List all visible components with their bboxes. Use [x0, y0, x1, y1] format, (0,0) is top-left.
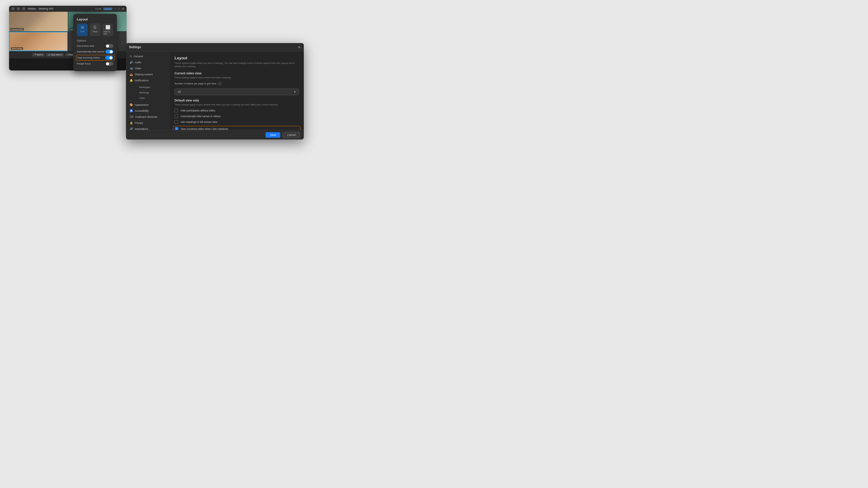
- grid-value: 25: [178, 90, 181, 93]
- sidebar-item-appearance[interactable]: 🎨 Appearance ›: [126, 102, 169, 108]
- layout-option-grid[interactable]: ⊞ Grid: [77, 24, 88, 36]
- fullscreen-cb-row: Join meetings in full-screen view: [175, 120, 299, 124]
- layout-dropdown-title: Layout: [77, 18, 113, 21]
- appearance-chevron: ›: [165, 104, 166, 106]
- window-control-min[interactable]: [17, 7, 20, 10]
- clock: 12:40: [95, 7, 101, 10]
- hide-participants-label: Hide participants without video: [181, 109, 215, 112]
- notifications-chevron: ›: [165, 79, 166, 82]
- audio-label: Audio: [135, 61, 141, 64]
- window-control-max[interactable]: [22, 7, 25, 10]
- layout-dropdown: Layout ⊞ Grid ☰ Stack ⬜ Side by side Opt…: [73, 14, 117, 71]
- accessibility-label: Accessibility: [135, 109, 149, 112]
- appearance-icon: 🎨: [130, 103, 133, 106]
- window-minimize-icon[interactable]: ─: [114, 7, 116, 10]
- sidebar-item-privacy[interactable]: 🔒 Privacy: [126, 120, 169, 126]
- meeting-info-label[interactable]: Meeting info: [38, 7, 53, 10]
- sharing-icon: 📤: [130, 73, 133, 76]
- hide-names-cb-label: Automatically hide names in videos: [181, 115, 221, 118]
- general-icon: ⚙: [130, 55, 132, 58]
- sidebar-item-general[interactable]: ⚙ General: [126, 53, 169, 59]
- window-maximize-icon[interactable]: □: [118, 7, 120, 10]
- fullscreen-toggle[interactable]: [105, 44, 113, 48]
- hide-names-label: Automatically hide names: [77, 50, 104, 53]
- options-section-label: Options: [77, 39, 113, 42]
- video-cell-3: Sofia Gomez: [9, 32, 68, 51]
- layout-section-desc: These options apply when you join a meet…: [175, 61, 299, 68]
- dropdown-arrow: ▾: [294, 90, 296, 93]
- cancel-button[interactable]: Cancel: [283, 132, 300, 138]
- stop-incoming-row: Stop incoming videos: [76, 55, 114, 61]
- sidebar-item-sharing[interactable]: 📤 Sharing content: [126, 71, 169, 77]
- participant-name-3: Sofia Gomez: [11, 47, 23, 50]
- privacy-icon: 🔒: [130, 121, 133, 124]
- mic-icon: 🎤: [33, 54, 36, 56]
- window-close-icon[interactable]: ✕: [122, 7, 124, 10]
- settings-window-title: Settings: [129, 45, 141, 49]
- video-cell-1: Clarissa Smith: [9, 12, 68, 31]
- layout-option-stack[interactable]: ☰ Stack: [90, 24, 100, 36]
- fullscreen-cb-label: Join meetings in full-screen view: [181, 121, 217, 124]
- sidebar-item-keyboard[interactable]: ⌨ Keyboard shortcuts: [126, 114, 169, 120]
- stop-video-button[interactable]: 📹 Stop video ▾: [46, 53, 64, 57]
- hide-names-cb-row: Automatically hide names in videos: [175, 115, 299, 118]
- layout-button[interactable]: Layout: [103, 7, 113, 10]
- settings-main-content: Layout These options apply when you join…: [170, 52, 304, 130]
- integrations-icon: 🔗: [130, 127, 133, 130]
- save-button[interactable]: Save: [266, 132, 280, 138]
- sidebar-item-video[interactable]: 📹 Video ›: [126, 65, 169, 71]
- sidebar-item-messages[interactable]: Messages: [135, 85, 168, 90]
- sidebar-item-calls[interactable]: Calls: [135, 96, 168, 101]
- hide-names-row: Automatically hide names: [77, 50, 113, 54]
- fullscreen-label: Full-screen view: [77, 44, 94, 47]
- video-sidebar-icon: 📹: [130, 67, 133, 70]
- video-label: Video: [135, 67, 141, 70]
- default-view-title: Default view only: [175, 99, 299, 102]
- sidebar-item-accessibility[interactable]: ♿ Accessibility: [126, 108, 169, 114]
- sidebar-item-audio[interactable]: 🔊 Audio ›: [126, 59, 169, 65]
- title-bar: Webex Meeting info 12:40 Layout ─ □ ✕: [9, 6, 127, 12]
- settings-close-button[interactable]: ✕: [298, 45, 301, 50]
- layout-option-side-by-side[interactable]: ⬜ Side by side: [102, 24, 113, 36]
- video-dropdown-chevron[interactable]: ▾: [61, 54, 62, 56]
- video-chevron: ›: [165, 67, 166, 70]
- people-focus-row: People focus: [77, 62, 113, 66]
- hide-names-checkbox[interactable]: [175, 115, 178, 118]
- settings-body: ⚙ General 🔊 Audio › 📹 Video › 📤 Sharing …: [126, 52, 304, 130]
- people-focus-toggle[interactable]: [105, 62, 113, 66]
- fullscreen-row: Full-screen view: [77, 44, 113, 48]
- stack-label: Stack: [93, 30, 98, 33]
- side-by-side-label: Side by side: [103, 30, 113, 35]
- integrations-label: Integrations: [135, 127, 148, 130]
- sidebar-item-integrations[interactable]: 🔗 Integrations: [126, 126, 169, 130]
- keyboard-label: Keyboard shortcuts: [135, 116, 157, 119]
- keyboard-icon: ⌨: [130, 116, 133, 119]
- stop-incoming-label: Stop incoming videos: [77, 56, 100, 59]
- hide-participants-row: Hide participants without video: [175, 109, 299, 112]
- mute-button[interactable]: 🎤 Mute ▾: [32, 53, 45, 57]
- stop-incoming-cb-label: Stop incoming video when I join meetings: [181, 127, 228, 130]
- grid-icon: ⊞: [81, 25, 84, 30]
- sidebar-item-meetings-sub[interactable]: Meetings: [135, 90, 168, 95]
- notifications-submenu: Messages Meetings Calls: [126, 84, 169, 102]
- dropdown-chevron[interactable]: ▾: [42, 54, 43, 56]
- stop-incoming-checkbox[interactable]: ✓: [175, 127, 179, 130]
- participant-name-1: Clarissa Smith: [10, 28, 24, 30]
- layout-section-title: Layout: [175, 56, 299, 60]
- hide-names-toggle[interactable]: [105, 50, 113, 54]
- fullscreen-checkbox[interactable]: [175, 120, 178, 124]
- settings-sidebar: ⚙ General 🔊 Audio › 📹 Video › 📤 Sharing …: [126, 52, 170, 130]
- settings-header: Settings ✕: [126, 43, 304, 52]
- grid-label: Grid: [81, 30, 84, 33]
- hide-participants-checkbox[interactable]: [175, 109, 178, 112]
- grid-info-icon[interactable]: ℹ: [218, 82, 222, 86]
- sidebar-item-notifications[interactable]: 🔔 Notifications ›: [126, 77, 169, 84]
- layout-options-section: Options Full-screen view Automatically h…: [77, 39, 113, 66]
- app-title: Webex: [28, 7, 36, 10]
- notifications-icon: 🔔: [130, 79, 133, 82]
- stop-incoming-toggle[interactable]: [105, 56, 113, 60]
- window-control-close[interactable]: [11, 7, 14, 10]
- grid-view-dropdown[interactable]: 25 ▾: [175, 89, 299, 95]
- accessibility-icon: ♿: [130, 109, 133, 112]
- stack-icon: ☰: [93, 25, 97, 30]
